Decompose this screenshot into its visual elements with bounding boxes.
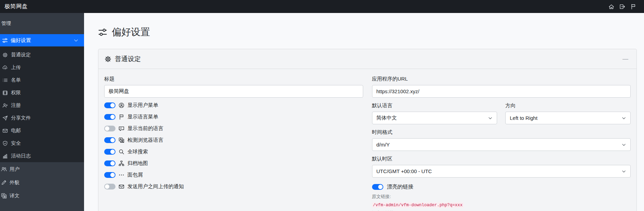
direction-label: 方向: [505, 102, 631, 109]
sidebar-bottom-section: 用户外貌译文: [0, 162, 84, 211]
person-plus-icon: [2, 103, 8, 108]
chevron-down-icon: [621, 169, 626, 174]
pencil-icon: [1, 180, 7, 185]
home-icon[interactable]: [608, 4, 614, 10]
toggle-row: 面包屑: [104, 169, 363, 181]
toggle-label: 面包屑: [127, 172, 143, 178]
direction-select[interactable]: Left to Right: [505, 112, 631, 124]
sidebar-submenu: 普通设定上传名单权限注册分享文件电邮安全活动日志: [0, 46, 84, 162]
flag-icon[interactable]: [630, 4, 636, 10]
toggle-row: 归档地图: [104, 157, 363, 169]
sidebar-subitem-label: 电邮: [11, 127, 21, 134]
toggle-switch[interactable]: [104, 102, 115, 108]
toggle-switch[interactable]: [104, 149, 115, 155]
chevron-down-icon: [73, 38, 79, 43]
sidebar: 管理 偏好设置 普通设定上传名单权限注册分享文件电邮安全活动日志 用户外貌译文: [0, 13, 84, 211]
page-title: 偏好设置: [98, 26, 150, 39]
gear-icon: [2, 52, 8, 58]
toggle-row: 全球搜索: [104, 146, 363, 157]
sidebar-subitem-label: 权限: [11, 89, 21, 96]
sidebar-subitem-film[interactable]: 权限: [0, 86, 84, 99]
sidebar-item-pencil[interactable]: 外貌: [0, 176, 84, 189]
sidebar-item-preferences[interactable]: 偏好设置: [0, 34, 84, 46]
toggle-label: 显示语言菜单: [127, 114, 158, 120]
top-navbar: 极简网盘: [0, 0, 644, 13]
sidebar-subitem-send[interactable]: 分享文件: [0, 112, 84, 124]
sidebar-item-label: 外貌: [10, 179, 19, 186]
gear-icon: [105, 56, 111, 62]
sidebar-section-admin: 管理: [0, 13, 84, 34]
sidebar-subitem-gear[interactable]: 普通设定: [0, 48, 84, 61]
sidebar-subitem-label: 名单: [11, 77, 21, 83]
pretty-links-toggle[interactable]: [372, 184, 383, 190]
person-circle-icon: [119, 102, 124, 108]
url-field-label: 应用程序的URL: [372, 76, 631, 82]
toggle-label: 显示当前的语言: [127, 125, 163, 132]
collapse-button[interactable]: —: [620, 55, 630, 63]
sidebar-section-label: 管理: [1, 20, 11, 27]
pretty-links-label: 漂亮的链接: [387, 183, 414, 191]
toggle-switch[interactable]: [104, 114, 115, 120]
three-dots-icon: [119, 172, 124, 178]
envelope-icon: [119, 184, 124, 189]
toggle-row: 发送用户之间上传的通知: [104, 181, 363, 192]
list-icon: [2, 78, 8, 83]
toggle-row: 显示语言菜单: [104, 111, 363, 123]
chevron-down-icon: [621, 116, 626, 121]
navbar-icons: [608, 4, 639, 10]
film-icon: [2, 90, 8, 96]
chevron-down-icon: [621, 142, 626, 147]
cloud-upload-icon: [2, 65, 8, 70]
card-header: 普通设定 —: [98, 49, 636, 69]
sidebar-subitem-label: 安全: [11, 140, 21, 146]
logout-icon[interactable]: [619, 4, 625, 10]
language-select[interactable]: 简体中文: [372, 112, 497, 124]
sidebar-item-label: 偏好设置: [11, 37, 31, 44]
language-direction-row: 默认语言 简体中文 方向 Left to Right: [372, 102, 631, 124]
sidebar-subitem-bar-chart[interactable]: 活动日志: [0, 150, 84, 162]
sidebar-item-people[interactable]: 用户: [0, 163, 84, 176]
toggle-label: 全球搜索: [127, 149, 148, 155]
sidebar-subitem-person-plus[interactable]: 注册: [0, 99, 84, 112]
sidebar-subitem-label: 上传: [11, 64, 21, 71]
toggle-row: 显示用户菜单: [104, 99, 363, 111]
sliders-icon: [98, 28, 107, 37]
title-field-label: 标题: [104, 76, 363, 82]
toggle-switch[interactable]: [104, 172, 115, 178]
card-title: 普通设定: [115, 55, 141, 64]
pretty-links-row: 漂亮的链接: [372, 183, 631, 191]
time-format-label: 时间格式: [372, 129, 631, 136]
toggle-switch[interactable]: [104, 160, 115, 166]
sidebar-subitem-shield-check[interactable]: 安全: [0, 137, 84, 150]
toggle-switch[interactable]: [104, 126, 115, 131]
title-input[interactable]: [104, 85, 363, 98]
sidebar-subitem-label: 普通设定: [11, 52, 31, 58]
sidebar-subitem-list[interactable]: 名单: [0, 74, 84, 86]
toggle-label: 显示用户菜单: [127, 102, 158, 109]
sidebar-subitem-label: 活动日志: [11, 153, 31, 159]
chat-quote-icon: [119, 126, 124, 131]
toggle-switch[interactable]: [104, 184, 115, 189]
left-column: 标题 显示用户菜单显示语言菜单显示当前的语言检测浏览器语言全球搜索归档地图面包屑…: [104, 76, 363, 211]
toggle-list: 显示用户菜单显示语言菜单显示当前的语言检测浏览器语言全球搜索归档地图面包屑发送用…: [104, 99, 363, 192]
right-column: 应用程序的URL 默认语言 简体中文 方向 Left to Right: [372, 76, 631, 211]
toggle-switch[interactable]: [104, 137, 115, 143]
search-icon: [119, 149, 124, 155]
flag-icon: [119, 114, 124, 120]
people-icon: [1, 166, 7, 172]
sidebar-item-translate[interactable]: 译文: [0, 189, 84, 202]
send-icon: [2, 115, 8, 121]
original-link-code: /vfm-admin/vfm-downloader.php?q=xxx: [372, 202, 464, 208]
toggle-row: 显示当前的语言: [104, 123, 363, 134]
shield-check-icon: [2, 141, 8, 146]
sidebar-item-label: 用户: [10, 166, 19, 172]
app-url-input[interactable]: [372, 85, 631, 98]
sliders-icon: [2, 38, 8, 43]
language-label: 默认语言: [372, 102, 497, 109]
sidebar-subitem-envelope[interactable]: 电邮: [0, 124, 84, 137]
timezone-select[interactable]: UTC/GMT +00:00 - UTC: [372, 165, 631, 178]
time-format-select[interactable]: d/m/Y: [372, 138, 631, 151]
toggle-label: 检测浏览器语言: [127, 137, 163, 143]
chevron-down-icon: [488, 116, 493, 121]
sidebar-subitem-cloud-upload[interactable]: 上传: [0, 61, 84, 74]
